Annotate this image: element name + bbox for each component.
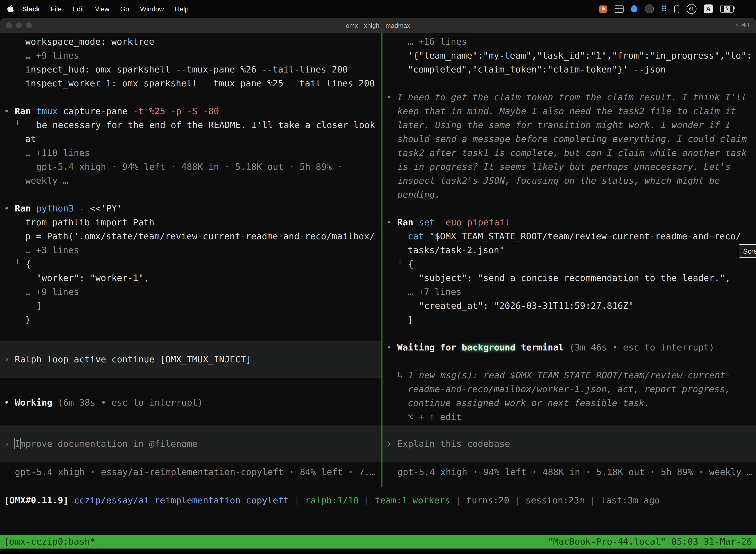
prompt-input-right[interactable]: › Explain this codebase [382, 426, 756, 462]
arrow-icon: ↳ [397, 370, 408, 380]
tmux-status-bar: [omx-cczip0:bash*"MacBook-Pro-44.local" … [0, 535, 756, 549]
zoom-button[interactable] [26, 22, 32, 28]
chevron-icon: › [4, 354, 15, 365]
output-connector: └ [15, 120, 37, 130]
command-flags: - [79, 203, 90, 214]
dots-grid-icon[interactable]: ⠿ [661, 4, 667, 13]
ran-label: Ran [15, 203, 36, 214]
output-text: { [408, 259, 414, 269]
working-status-line: • Working (6m 38s • esc to interrupt) [0, 396, 381, 409]
screen: Slack File Edit View Go Window Help ⠿ 61… [0, 0, 756, 554]
battery-percentage-badge[interactable]: 61 [687, 4, 696, 14]
close-button[interactable] [6, 22, 12, 28]
log-text: workspace_mode: worktree [25, 36, 154, 47]
footer-text: gpt-5.4 xhigh · essay/ai-reimplementatio… [15, 466, 375, 477]
command-arg: tasks/task-2.json" [408, 245, 504, 255]
chevron-icon: › [386, 438, 397, 449]
mailbox-note-line: continue assigned work or next feasible … [382, 396, 756, 410]
reasoning-text: pending. [397, 189, 440, 200]
prompt-placeholder: mprove documentation in @filename [20, 438, 197, 449]
bullet-icon: • [386, 217, 397, 227]
command-name: set [419, 217, 440, 227]
output-line: … +9 lines [0, 285, 381, 299]
output-line: └ be necessary for the end of the README… [0, 118, 381, 132]
pane-footer: gpt-5.4 xhigh · 94% left · 488K in · 5.1… [382, 465, 756, 479]
reasoning-line: inspect task2's JSON, focusing on the st… [382, 174, 756, 188]
reasoning-text: keep that in mind. Maybe I also need the… [397, 106, 736, 116]
command-line: • Ran tmux capture-pane -t %25 -p -S -80 [0, 104, 381, 118]
log-line: … +9 lines [0, 49, 381, 63]
separator: | [359, 495, 375, 505]
working-detail: (6m 38s • esc to interrupt) [58, 397, 203, 407]
collapsed-lines-label: … +3 lines [25, 245, 79, 255]
menu-bar: Slack File Edit View Go Window Help ⠿ 61… [0, 0, 756, 18]
blue-app-icon[interactable] [630, 4, 639, 14]
window-title-bar: omx --xhigh --madmax ⌥⌘1 [0, 18, 756, 33]
script-line: … +3 lines [0, 243, 381, 257]
spacer [0, 462, 381, 465]
log-line: inspect_hud: omx sparkshell --tmux-pane … [0, 63, 381, 76]
menu-edit[interactable]: Edit [67, 5, 89, 13]
menu-file[interactable]: File [45, 5, 67, 13]
blank-line [382, 76, 756, 90]
bullet-icon: • [386, 92, 397, 102]
window-grid-icon[interactable] [615, 5, 624, 13]
log-line: "completed","claim_token":"claim-token"}… [382, 63, 756, 76]
mailbox-note-line: readme-and-reco/mailbox/worker-1.json, a… [382, 382, 756, 396]
reasoning-line: pending. [382, 188, 756, 202]
pane-footer: gpt-5.4 xhigh · essay/ai-reimplementatio… [0, 465, 381, 479]
reasoning-line: task2 after task1 is complete, but can I… [382, 146, 756, 160]
waiting-label: terminal [515, 342, 569, 352]
menu-app-name[interactable]: Slack [17, 5, 45, 13]
tmux-host-clock: "MacBook-Pro-44.local" 05:03 31-Mar-26 [548, 535, 752, 549]
output-line: } [382, 313, 756, 327]
dark-app-icon[interactable] [645, 4, 654, 13]
output-line: gpt-5.4 xhigh · 94% left · 488K in · 5.1… [0, 160, 381, 174]
output-connector: └ [15, 259, 25, 269]
prompt-input-left[interactable]: › Improve documentation in @filename [0, 426, 381, 462]
command-name: tmux [36, 106, 63, 116]
blank-line [0, 90, 381, 104]
reasoning-text: I need to get the claim token from the c… [397, 92, 747, 102]
input-source-icon[interactable]: A [704, 4, 713, 13]
spacer [0, 378, 381, 396]
mailbox-note-text: continue assigned work or next feasible … [408, 398, 649, 408]
status-pill-icon[interactable] [674, 5, 679, 13]
bullet-icon: • [4, 203, 15, 214]
command-name: cat [408, 231, 429, 241]
output-text: "worker": "worker-1", [36, 273, 149, 283]
menu-view[interactable]: View [89, 5, 115, 13]
log-text: "completed","claim_token":"claim-token"}… [408, 64, 666, 74]
text-cursor: I [14, 438, 20, 449]
omx-branch-path: cczip/essay/ai-reimplementation-copyleft [74, 495, 289, 505]
separator: | [450, 495, 466, 505]
separator: | [585, 495, 601, 505]
menu-go[interactable]: Go [115, 5, 135, 13]
menu-help[interactable]: Help [170, 5, 194, 13]
menu-window[interactable]: Window [135, 5, 170, 13]
ralph-counter: ralph:1/10 [305, 495, 359, 505]
waiting-label: Waiting for [397, 342, 461, 352]
bottom-padding [0, 549, 756, 554]
last-activity: last:3m ago [601, 495, 660, 505]
reasoning-line: keep that in mind. Maybe I also need the… [382, 104, 756, 118]
output-text: weekly … [25, 175, 68, 186]
bullet-icon: • [4, 397, 15, 407]
reasoning-line: • I need to get the claim token from the… [382, 90, 756, 104]
apple-menu-icon[interactable] [7, 5, 17, 13]
blank-line [0, 188, 381, 202]
battery-icon[interactable]: ϟ [720, 5, 734, 13]
minimize-button[interactable] [16, 22, 22, 28]
menu-bar-left: Slack File Edit View Go Window Help [7, 5, 194, 13]
team-workers: team:1 workers [375, 495, 450, 505]
output-text: { [25, 259, 31, 269]
collapsed-lines-label: … +16 lines [408, 36, 467, 47]
reasoning-text: task2 after task1 is complete, but can I… [397, 148, 747, 158]
control-center-icon[interactable] [741, 6, 749, 12]
screen-record-icon[interactable] [599, 5, 607, 13]
window-shortcut: ⌥⌘1 [734, 22, 750, 29]
script-text: p = Path('.omx/state/team/review-current… [25, 231, 375, 241]
separator: | [289, 495, 305, 505]
collapsed-lines-label: … +7 lines [408, 286, 461, 297]
script-line: from pathlib import Path [0, 215, 381, 229]
